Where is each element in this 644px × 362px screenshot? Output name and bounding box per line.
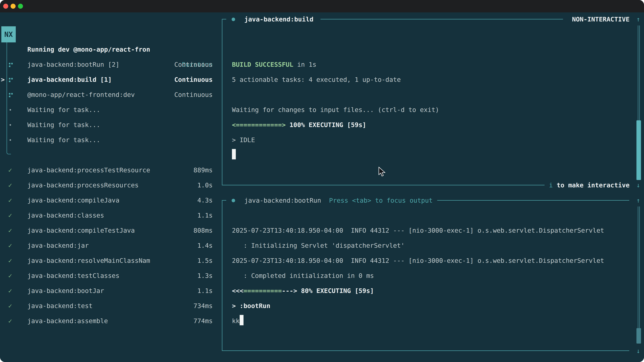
task-row[interactable]: @mono-app/react-frontend:devContinuous [0,87,218,102]
task-name: java-backend:assemble [27,313,108,329]
output-text-segment: 100% EXECUTING [59s] [286,121,366,129]
task-running-spinner-icon [9,63,10,64]
task-success-check-icon: ✓ [8,208,12,223]
task-name: java-backend:classes [27,208,104,223]
task-row[interactable]: ✓java-backend:compileJava4.3s [0,193,218,208]
task-name: java-backend:processTestResource [27,163,150,178]
task-duration: 1.3s [197,268,213,283]
task-name: Waiting for task... [27,132,100,147]
task-success-check-icon: ✓ [8,238,12,253]
terminal-output-line: 2025-07-23T13:40:18.950-04:00 INFO 44312… [232,223,604,238]
task-name: java-backend:build [1] [27,72,112,87]
task-pending-dot-icon [10,124,11,126]
pane-bootrun-status-dot-icon [232,199,235,202]
task-duration: 1.1s [197,283,213,298]
close-button[interactable] [3,4,8,9]
task-duration: 1.4s [197,238,213,253]
terminal-output-line: : Completed initialization in 0 ms [232,268,374,283]
task-row[interactable]: ✓java-backend:bootJar1.1s [0,283,218,298]
output-text-segment: : Completed initialization in 0 ms [232,272,374,279]
task-row[interactable]: Waiting for task... [0,132,218,147]
pane-build-scrollbar-thumb[interactable] [636,120,641,180]
task-row[interactable]: java-backend:bootRun [2]Continuous [0,57,218,72]
task-row[interactable]: ✓java-backend:assemble774ms [0,313,218,329]
pane-bootrun-left-border [222,200,222,351]
terminal-output-line: <============> 100% EXECUTING [59s] [232,117,366,132]
titlebar [0,0,644,12]
pane-build-bottom-border [222,185,544,185]
terminal-cursor [232,149,236,159]
output-text-segment: in 1s [293,61,316,68]
task-row[interactable]: >java-backend:build [1]Continuous [0,72,218,87]
pane-build-mode-badge: NON-INTERACTIVE [572,12,630,27]
interactive-hint-text: to make interactive [553,182,630,189]
task-running-spinner-icon [9,93,10,94]
task-row[interactable]: Waiting for task... [0,117,218,132]
pane-bootrun-scrollbar-thumb[interactable] [636,328,641,344]
task-row[interactable]: ✓java-backend:testClasses1.3s [0,268,218,283]
task-duration: 1.0s [197,178,213,193]
task-name: java-backend:compileTestJava [27,223,135,238]
task-duration: 774ms [194,313,213,329]
task-duration: 1.1s [197,208,213,223]
sidebar-title: Running dev @mono-app/react-fron [27,42,150,57]
pane-build-top-border [320,19,563,19]
output-text-segment: BUILD SUCCESSFUL [232,61,293,68]
scroll-up-icon[interactable]: ↑ [635,12,642,27]
terminal-output-line: 2025-07-23T13:40:18.950-04:00 INFO 44312… [232,253,604,268]
pane-bootrun-top-border-stub [222,200,226,201]
task-row[interactable]: Waiting for task... [0,102,218,117]
task-duration: 808ms [194,223,213,238]
output-text-segment: Waiting for changes to input files... (c… [232,106,439,113]
task-name: java-backend:bootJar [27,283,104,298]
task-success-check-icon: ✓ [8,193,12,208]
terminal-output-line: <<<==========---> 80% EXECUTING [59s] [232,283,374,298]
task-row[interactable]: ✓java-backend:test734ms [0,298,218,313]
scroll-up-icon[interactable]: ↑ [635,193,642,208]
page-prev-arrow-icon[interactable]: ← [9,359,13,362]
task-name: java-backend:jar [27,238,89,253]
task-row[interactable]: ✓java-backend:compileTestJava808ms [0,223,218,238]
terminal-window: NX Running dev @mono-app/react-fron Dura… [0,0,644,362]
task-name: java-backend:processResources [27,178,138,193]
task-row[interactable]: ✓java-backend:jar1.4s [0,238,218,253]
sidebar-bottom-bar: ← 1/2 → quit: q help: ? [0,344,218,359]
interactive-hint: i to make interactive [549,178,630,193]
task-name: Waiting for task... [27,117,100,132]
task-row[interactable]: ✓java-backend:processResources1.0s [0,178,218,193]
task-duration: 1.5s [197,253,213,268]
task-running-spinner-icon [9,78,10,79]
output-text-segment: 80% EXECUTING [59s] [297,287,374,295]
pane-build-status-dot-icon [232,17,235,21]
task-name: java-backend:testClasses [27,268,120,283]
pane-bootrun-bottom-border [222,351,629,351]
task-row[interactable]: ✓java-backend:classes1.1s [0,208,218,223]
sidebar-header: Running dev @mono-app/react-fron Duratio… [0,27,218,42]
terminal-output-line: 5 actionable tasks: 4 executed, 1 up-to-… [232,72,401,87]
task-duration: Continuous [174,72,213,87]
task-duration: Continuous [174,57,213,72]
terminal-output-line: BUILD SUCCESSFUL in 1s [232,57,316,72]
pane-bootrun-top-border [437,200,629,201]
minimize-button[interactable] [10,4,16,9]
task-success-check-icon: ✓ [8,163,12,178]
maximize-button[interactable] [18,4,23,9]
output-text-segment: <<< [232,287,244,295]
task-name: java-backend:bootRun [2] [27,57,120,72]
terminal-output-line [232,147,236,163]
scroll-down-icon[interactable]: ↓ [635,344,642,359]
task-success-check-icon: ✓ [8,223,12,238]
task-name: java-backend:test [27,298,92,313]
pane-build-left-border [222,19,222,185]
task-row[interactable]: ✓java-backend:resolveMainClassNam1.5s [0,253,218,268]
pane-bootrun-scrollbar-track[interactable] [638,206,640,344]
task-pending-dot-icon [10,109,11,111]
pane-bootrun-title: java-backend:bootRun [244,193,321,208]
task-success-check-icon: ✓ [8,313,12,329]
selected-task-marker: > [1,72,5,87]
task-name: @mono-app/react-frontend:dev [27,87,135,102]
task-success-check-icon: ✓ [8,268,12,283]
task-row[interactable]: ✓java-backend:processTestResource889ms [0,163,218,178]
task-duration: 889ms [194,163,213,178]
terminal-output-line: Waiting for changes to input files... (c… [232,102,439,117]
